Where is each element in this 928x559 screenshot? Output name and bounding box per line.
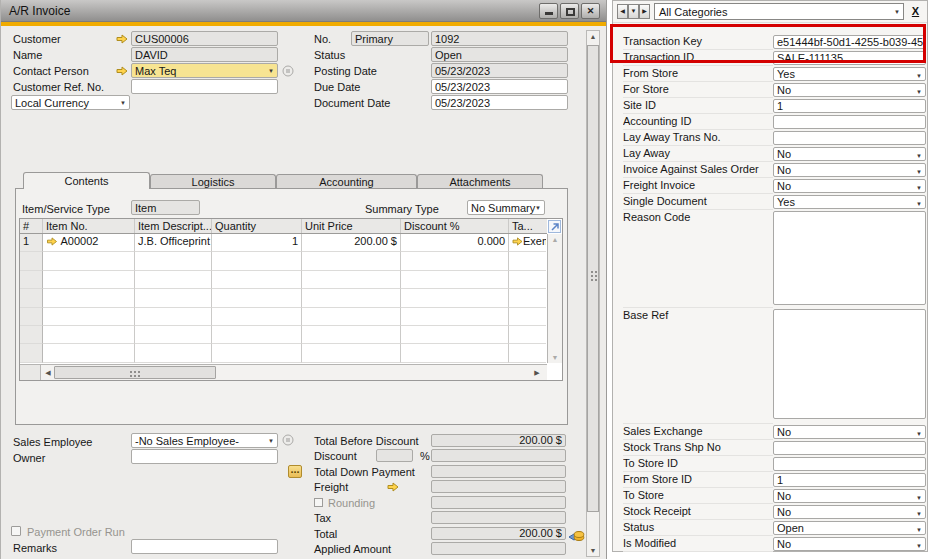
- total-row-value[interactable]: [431, 542, 566, 555]
- panel-combo-field[interactable]: No▼: [773, 147, 926, 161]
- scrollbar-thumb[interactable]: [54, 366, 216, 379]
- table-row-empty[interactable]: [20, 289, 547, 307]
- column-header[interactable]: Unit Price: [302, 219, 401, 233]
- close-button[interactable]: ✕: [581, 3, 600, 19]
- table-cell[interactable]: [401, 308, 509, 326]
- chevron-down-icon[interactable]: ▼: [916, 493, 922, 503]
- rounding-checkbox[interactable]: [314, 498, 323, 507]
- table-cell[interactable]: [212, 344, 302, 362]
- panel-textarea-field[interactable]: [773, 211, 926, 305]
- chevron-down-icon[interactable]: ▼: [916, 429, 922, 439]
- tab[interactable]: Logistics: [150, 174, 276, 189]
- sales-employee-combo[interactable]: -No Sales Employee-▼: [131, 433, 278, 448]
- chevron-down-icon[interactable]: ▼: [916, 183, 922, 193]
- tab[interactable]: Accounting: [276, 174, 417, 189]
- panel-next-button[interactable]: ▶: [639, 4, 650, 19]
- chevron-down-icon[interactable]: ▼: [916, 541, 922, 551]
- link-arrow-icon[interactable]: [512, 237, 523, 246]
- table-cell[interactable]: [401, 289, 509, 307]
- scrollbar-thumb[interactable]: [587, 45, 599, 512]
- tab[interactable]: Attachments: [417, 174, 543, 189]
- table-cell[interactable]: [20, 289, 43, 307]
- link-arrow-icon[interactable]: [387, 482, 399, 492]
- chevron-down-icon[interactable]: ▼: [894, 9, 900, 15]
- column-header[interactable]: Discount %: [401, 219, 509, 233]
- scroll-left-icon[interactable]: ◀: [42, 369, 54, 377]
- scroll-right-icon[interactable]: ▶: [531, 369, 543, 377]
- currency-combo[interactable]: Local Currency▼: [11, 95, 130, 110]
- table-cell[interactable]: [401, 271, 509, 289]
- summary-type-combo[interactable]: No Summary▼: [467, 200, 545, 215]
- table-horizontal-scrollbar[interactable]: ◀ ▶: [20, 364, 547, 380]
- item-no-cell[interactable]: A00002: [43, 234, 135, 252]
- scroll-up-icon[interactable]: ▲: [587, 33, 599, 40]
- table-cell[interactable]: [302, 271, 401, 289]
- table-cell[interactable]: [135, 271, 212, 289]
- chevron-down-icon[interactable]: ▼: [916, 509, 922, 519]
- table-cell[interactable]: [302, 344, 401, 362]
- window-vertical-scrollbar[interactable]: ▲ ▼: [586, 30, 600, 557]
- item-description-cell[interactable]: J.B. Officeprint 1420: [135, 234, 212, 252]
- panel-combo-field[interactable]: No▼: [773, 179, 926, 193]
- table-cell[interactable]: [43, 326, 135, 344]
- table-cell[interactable]: [302, 252, 401, 270]
- unit-price-cell[interactable]: 200.00 $: [302, 234, 401, 252]
- total-row-value[interactable]: [431, 449, 566, 462]
- table-row-empty[interactable]: [20, 252, 547, 270]
- table-cell[interactable]: [43, 252, 135, 270]
- table-cell[interactable]: [302, 308, 401, 326]
- link-arrow-icon[interactable]: [46, 237, 58, 246]
- panel-input-field[interactable]: e51444bf-50d1-4255-b039-45a9ba: [773, 35, 926, 49]
- table-row-empty[interactable]: [20, 271, 547, 289]
- table-cell[interactable]: [401, 326, 509, 344]
- scroll-down-icon[interactable]: ▼: [587, 547, 599, 554]
- table-cell[interactable]: [509, 344, 546, 362]
- panel-combo-field[interactable]: No▼: [773, 537, 926, 551]
- table-cell[interactable]: [212, 252, 302, 270]
- table-cell[interactable]: [135, 252, 212, 270]
- panel-combo-field[interactable]: No▼: [773, 163, 926, 177]
- chevron-down-icon[interactable]: ▼: [268, 438, 274, 444]
- table-cell[interactable]: [135, 289, 212, 307]
- panel-close-button[interactable]: X: [908, 3, 923, 20]
- customer-ref-field[interactable]: [131, 79, 278, 94]
- chevron-down-icon[interactable]: ▼: [268, 68, 274, 74]
- panel-input-field[interactable]: [773, 457, 926, 471]
- quantity-cell[interactable]: 1: [212, 234, 302, 252]
- chevron-down-icon[interactable]: ▼: [916, 167, 922, 177]
- maximize-button[interactable]: [560, 3, 579, 19]
- panel-combo-field[interactable]: No▼: [773, 83, 926, 97]
- chevron-down-icon[interactable]: ▼: [916, 87, 922, 97]
- table-cell[interactable]: [20, 326, 43, 344]
- table-cell[interactable]: [212, 289, 302, 307]
- contact-person-combo[interactable]: Max Teq▼: [131, 63, 278, 78]
- minimize-button[interactable]: [539, 3, 558, 19]
- discount-cell[interactable]: 0.000: [401, 234, 509, 252]
- table-cell[interactable]: [43, 308, 135, 326]
- payment-means-icon[interactable]: [568, 528, 585, 544]
- window-titlebar[interactable]: A/R Invoice ✕: [1, 0, 606, 22]
- chevron-down-icon[interactable]: ▼: [120, 100, 126, 106]
- panel-input-field[interactable]: 1: [773, 99, 926, 113]
- tax-cell[interactable]: Exempt: [509, 234, 546, 252]
- panel-input-field[interactable]: [773, 131, 926, 145]
- name-field[interactable]: DAVID: [131, 47, 278, 62]
- contact-detail-icon[interactable]: [282, 65, 294, 77]
- table-cell[interactable]: [302, 326, 401, 344]
- table-cell[interactable]: [43, 344, 135, 362]
- expand-grid-icon[interactable]: [548, 220, 561, 233]
- table-row-empty[interactable]: [20, 308, 547, 326]
- status-field[interactable]: Open: [431, 47, 568, 62]
- chevron-down-icon[interactable]: ▼: [916, 199, 922, 209]
- owner-field[interactable]: [131, 449, 278, 464]
- column-header[interactable]: Ta...: [509, 219, 546, 233]
- table-cell[interactable]: [212, 271, 302, 289]
- table-cell[interactable]: [509, 326, 546, 344]
- panel-combo-field[interactable]: No▼: [773, 505, 926, 519]
- panel-combo-field[interactable]: No▼: [773, 425, 926, 439]
- panel-input-field[interactable]: 1: [773, 473, 926, 487]
- panel-textarea-field[interactable]: [773, 309, 926, 419]
- table-row[interactable]: 1 A00002 J.B. Officeprint 1420 1 200.00 …: [20, 234, 547, 252]
- category-combo[interactable]: All Categories▼: [654, 3, 904, 20]
- table-cell[interactable]: [20, 252, 43, 270]
